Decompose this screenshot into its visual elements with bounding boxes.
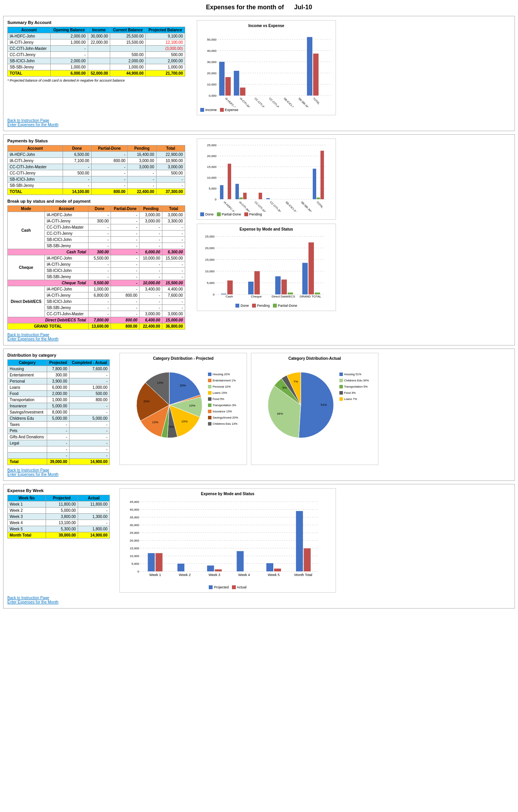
svg-text:20%: 20% — [180, 384, 186, 387]
cat-cell: Savings/Investment — [8, 409, 47, 415]
pay-cell: 14,100.00 — [63, 189, 91, 195]
enter-expenses-link-3[interactable]: Enter Expenses for the Month — [7, 472, 511, 477]
brk-cell: IA-HDFC-John — [44, 212, 88, 218]
pay-cell: - — [91, 170, 128, 176]
brk-cell: - — [140, 274, 162, 280]
week-cell: Week 5 — [8, 526, 46, 532]
back-instruction-link-4[interactable]: Back to Instruction Page — [7, 596, 511, 600]
summary-cell: 500.00 — [110, 52, 146, 58]
svg-text:20%: 20% — [143, 400, 150, 403]
svg-text:Week 5: Week 5 — [268, 573, 279, 577]
pay-cell: 37,300.00 — [156, 189, 185, 195]
pay-cell: IA-HDFC-John — [8, 152, 63, 158]
pay-cell: SB-ICICI-John — [8, 176, 63, 183]
summary-cell: 1,000.00 — [110, 64, 146, 70]
week-cell: 1,300.00 — [78, 514, 110, 520]
svg-text:SB-ICICI-John: SB-ICICI-John — [285, 201, 299, 212]
svg-text:30,000: 30,000 — [130, 523, 140, 527]
actual-pie-svg: 51%34%5%7%Housing 51%Childrens Edu 34%Tr… — [254, 362, 374, 448]
cat-cell: - — [47, 434, 69, 440]
pay-col-account: Account — [8, 145, 63, 152]
pay-cell: - — [128, 183, 156, 189]
enter-expenses-link-2[interactable]: Enter Expenses for the Month — [7, 337, 511, 341]
svg-text:5,000: 5,000 — [207, 281, 215, 285]
grand-total-cell: GRAND TOTAL — [8, 323, 89, 330]
cat-cell: - — [69, 422, 109, 428]
enter-expenses-link-1[interactable]: Enter Expenses for the Month — [7, 123, 511, 127]
cat-cell: 7,600.00 — [69, 366, 109, 372]
svg-rect-120 — [208, 403, 211, 407]
enter-expenses-link-4[interactable]: Enter Expenses for the Month — [7, 600, 511, 604]
svg-rect-47 — [220, 185, 223, 199]
summary-title: Summary By Account — [7, 20, 193, 25]
svg-rect-163 — [155, 553, 162, 571]
chart-title: Income vs Expense — [200, 24, 332, 28]
svg-text:34%: 34% — [277, 412, 283, 415]
breakup-title: Break up by status and mode of payment — [7, 199, 193, 203]
brk-cell: IA-CITI-Jenny — [44, 292, 88, 299]
category-charts-area: Category Distribution - Projected 20%10%… — [119, 353, 511, 465]
breakup-table: Mode Account Done Partial-Done Pending T… — [7, 205, 185, 330]
pending-color — [244, 212, 248, 216]
brk-col-pending: Pending — [140, 206, 162, 212]
pay-col-done: Done — [63, 145, 91, 152]
payments-table: Account Done Partial-Done Pending Total … — [7, 145, 185, 195]
mode-status-svg: 05,00010,00015,00020,00025,000CashCheque… — [200, 233, 332, 303]
brk-cell: - — [88, 212, 111, 218]
svg-rect-100 — [308, 243, 314, 294]
svg-text:Week 3: Week 3 — [208, 573, 220, 577]
svg-text:SB-ICICI-John: SB-ICICI-John — [283, 97, 298, 107]
cat-cell: - — [47, 428, 69, 434]
week-cell: 39,000.00 — [46, 532, 78, 538]
legend-expense: Expense — [220, 108, 239, 112]
back-instruction-link-3[interactable]: Back to Instruction Page — [7, 468, 511, 472]
brk-cell: - — [140, 305, 162, 311]
brk-cell: - — [162, 262, 185, 268]
subtotal-cell: - — [111, 249, 140, 255]
subtotal-cell: 6,300.00 — [162, 249, 185, 255]
summary-cell: SB-SBI-Jenny — [8, 64, 51, 70]
brk-cell: 10,000.00 — [140, 255, 162, 262]
pay-cell: CC-CITI-Jenny — [8, 170, 63, 176]
week-svg: 05,00010,00015,00020,00025,00030,00035,0… — [123, 498, 332, 583]
summary-cell — [88, 46, 110, 52]
svg-rect-110 — [208, 373, 211, 376]
summary-cell: 2,000.00 — [50, 33, 88, 39]
header-month: Jul-10 — [294, 4, 312, 10]
svg-text:40,000: 40,000 — [130, 508, 140, 511]
brk-col-total: Total — [162, 206, 185, 212]
brk-cell: - — [162, 224, 185, 231]
svg-text:Loans 7%: Loans 7% — [344, 397, 357, 401]
svg-rect-112 — [208, 379, 211, 382]
svg-text:Housing 20%: Housing 20% — [213, 373, 230, 376]
svg-text:0: 0 — [215, 198, 217, 201]
summary-cell: 22,000.00 — [88, 39, 110, 46]
svg-rect-116 — [208, 391, 211, 395]
cat-cell: Gifts And Donations — [8, 434, 47, 440]
subtotal-cell: - — [111, 280, 140, 286]
back-instruction-link-2[interactable]: Back to Instruction Page — [7, 333, 511, 337]
payments-table-area: Payments by Status Account Done Partial-… — [7, 138, 193, 330]
svg-text:Food 3%: Food 3% — [344, 391, 356, 395]
brk-cell: - — [88, 299, 111, 305]
brk-cell: - — [111, 262, 140, 268]
back-instruction-link-1[interactable]: Back to Instruction Page — [7, 118, 511, 123]
svg-text:5%: 5% — [282, 386, 287, 390]
payments-title: Payments by Status — [7, 138, 193, 143]
summary-cell: 30,000.00 — [88, 33, 110, 39]
expense-color — [220, 108, 224, 112]
summary-table: Account Opening Balance Income Current B… — [7, 27, 185, 77]
summary-cell: 1,000.00 — [146, 64, 185, 70]
brk-cell: 3,000.00 — [162, 311, 185, 317]
pay-cell: 7,100.00 — [63, 158, 91, 164]
svg-rect-91 — [248, 282, 254, 294]
pay-cell: - — [63, 183, 91, 189]
proj-chart-title: Category Distribution - Projected — [123, 356, 244, 361]
brk-cell: 800.00 — [111, 292, 140, 299]
brk-cell: - — [88, 262, 111, 268]
cat-total-cell: 14,900.00 — [69, 459, 109, 465]
svg-text:7%: 7% — [293, 380, 298, 383]
svg-text:Entertainment 1%: Entertainment 1% — [213, 379, 236, 382]
svg-rect-18 — [240, 87, 245, 96]
cat-cell: 5,000.00 — [47, 415, 69, 422]
